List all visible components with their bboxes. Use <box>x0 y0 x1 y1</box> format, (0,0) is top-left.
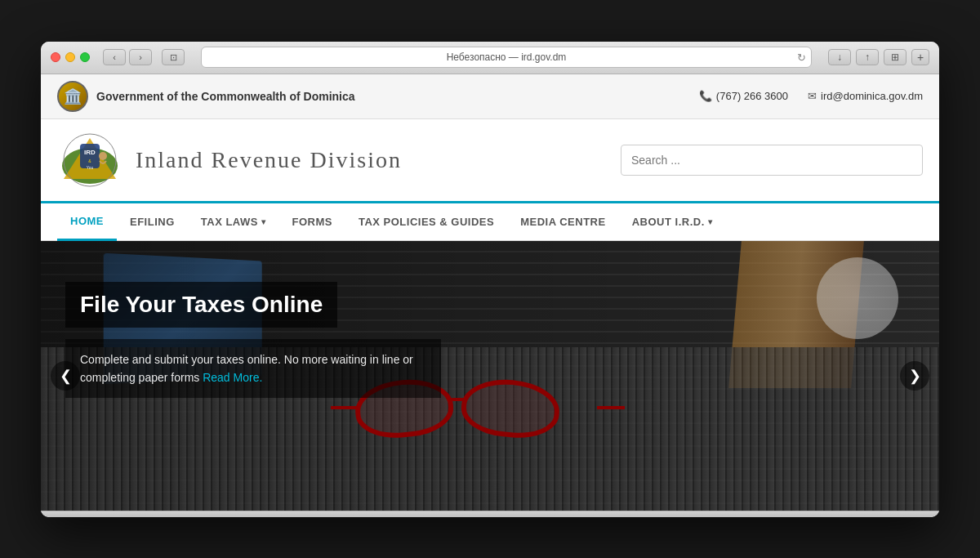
download-icon: ↓ <box>837 51 842 63</box>
new-tab-button[interactable]: + <box>911 49 929 65</box>
traffic-lights <box>51 52 90 62</box>
hero-mug-decoration <box>817 257 898 339</box>
ird-logo[interactable]: IRD & You <box>57 132 122 189</box>
prev-arrow-icon: ❮ <box>60 367 72 385</box>
gov-logo: 🏛️ <box>57 81 88 112</box>
tax-laws-arrow: ▾ <box>261 217 266 226</box>
refresh-button[interactable]: ↻ <box>797 51 806 64</box>
hero-desc-box: Complete and submit your taxes online. N… <box>65 339 441 399</box>
gov-contacts: 📞 (767) 266 3600 ✉ ird@dominica.gov.dm <box>699 90 923 102</box>
gov-name: Government of the Commonwealth of Domini… <box>96 90 355 103</box>
nav-item-about[interactable]: ABOUT I.R.D. ▾ <box>619 204 726 239</box>
browser-window: ‹ › ⊡ Небезопасно — ird.gov.dm ↻ ↓ ↑ ⊞ <box>41 42 939 517</box>
gov-banner-left: 🏛️ Government of the Commonwealth of Dom… <box>57 81 355 112</box>
forward-icon: › <box>139 52 142 62</box>
hero-title-box: File Your Taxes Online <box>65 282 337 328</box>
glasses-right-frame <box>459 375 562 440</box>
phone-contact: 📞 (767) 266 3600 <box>699 90 788 102</box>
slider-next-button[interactable]: ❯ <box>900 361 929 391</box>
url-text: Небезопасно — ird.gov.dm <box>447 51 567 63</box>
nav-item-tax-policies[interactable]: TAX POLICIES & GUIDES <box>345 204 507 239</box>
search-input[interactable] <box>621 145 923 176</box>
share-button[interactable]: ↑ <box>856 49 879 65</box>
toolbar-right: ↓ ↑ ⊞ + <box>828 49 929 65</box>
site-content: 🏛️ Government of the Commonwealth of Dom… <box>41 74 939 511</box>
window-icon-button[interactable]: ⊡ <box>162 49 185 65</box>
address-bar[interactable]: Небезопасно — ird.gov.dm ↻ <box>201 47 812 68</box>
next-arrow-icon: ❯ <box>909 367 921 385</box>
minimize-button[interactable] <box>65 52 75 62</box>
title-bar: ‹ › ⊡ Небезопасно — ird.gov.dm ↻ ↓ ↑ ⊞ <box>41 42 939 74</box>
ird-logo-area: IRD & You Inland Revenue Division <box>57 132 402 189</box>
maximize-button[interactable] <box>80 52 90 62</box>
glasses-arm-right <box>597 406 625 409</box>
share-icon: ↑ <box>865 51 870 63</box>
glasses-arm-left <box>331 406 359 409</box>
window-icon: ⊡ <box>170 52 177 63</box>
tabs-button[interactable]: ⊞ <box>884 49 906 65</box>
gov-banner: 🏛️ Government of the Commonwealth of Dom… <box>41 74 939 119</box>
svg-point-6 <box>99 152 107 160</box>
nav-bar: HOME EFILING TAX LAWS ▾ FORMS TAX POLICI… <box>41 203 939 241</box>
hero-title: File Your Taxes Online <box>80 292 323 318</box>
nav-item-tax-laws[interactable]: TAX LAWS ▾ <box>188 204 279 239</box>
svg-text:IRD: IRD <box>84 149 96 156</box>
nav-item-forms[interactable]: FORMS <box>278 204 345 239</box>
nav-item-efiling[interactable]: EFILING <box>117 204 188 239</box>
hero-description: Complete and submit your taxes online. N… <box>80 350 426 387</box>
back-button[interactable]: ‹ <box>103 49 126 65</box>
hero-content: File Your Taxes Online Complete and subm… <box>65 282 441 399</box>
gov-logo-icon: 🏛️ <box>64 87 82 105</box>
nav-item-media-centre[interactable]: MEDIA CENTRE <box>507 204 618 239</box>
slider-prev-button[interactable]: ❮ <box>51 361 80 391</box>
tabs-icon: ⊞ <box>891 51 899 63</box>
phone-number: (767) 266 3600 <box>716 90 788 102</box>
glasses-bridge <box>451 398 467 401</box>
window-bottom-bar <box>41 511 939 517</box>
ird-header: IRD & You Inland Revenue Division <box>41 119 939 203</box>
email-address: ird@dominica.gov.dm <box>821 90 923 102</box>
browser-nav-buttons: ‹ › <box>103 49 152 65</box>
close-button[interactable] <box>51 52 60 62</box>
ird-title: Inland Revenue Division <box>136 147 402 173</box>
back-icon: ‹ <box>113 52 116 62</box>
hero-read-more-link[interactable]: Read More. <box>203 371 262 384</box>
download-button[interactable]: ↓ <box>828 49 851 65</box>
svg-text:You: You <box>87 165 94 170</box>
phone-icon: 📞 <box>699 90 712 102</box>
nav-item-home[interactable]: HOME <box>57 203 117 241</box>
email-icon: ✉ <box>808 90 817 102</box>
email-contact: ✉ ird@dominica.gov.dm <box>808 90 923 102</box>
hero-slider: File Your Taxes Online Complete and subm… <box>41 241 939 511</box>
about-arrow: ▾ <box>708 217 713 226</box>
add-icon: + <box>917 51 924 64</box>
forward-button[interactable]: › <box>129 49 152 65</box>
